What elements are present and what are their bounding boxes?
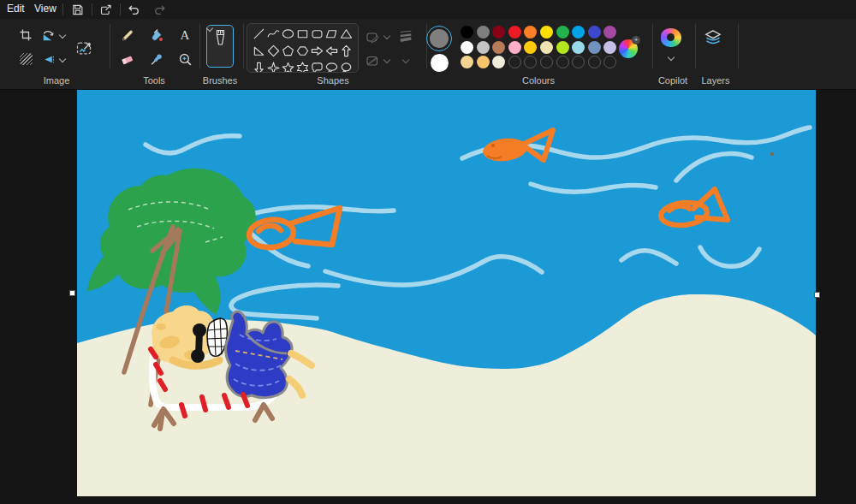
palette-swatch[interactable] [524,41,537,54]
redo-button[interactable] [151,1,169,18]
palette-swatch-empty[interactable] [524,56,537,68]
palette-swatch-empty[interactable] [572,56,585,68]
shape-star-six[interactable] [295,61,310,73]
colour-1-swatch[interactable] [426,26,452,51]
palette-swatch[interactable] [477,26,490,39]
paint-window: Edit View [0,0,856,504]
palette-swatch-empty[interactable] [508,56,521,68]
copilot-dropdown-chevron[interactable] [669,55,675,61]
palette-swatch[interactable] [492,26,505,39]
menu-bar: Edit View [0,0,856,19]
palette-swatch[interactable] [603,26,616,39]
stroke-width-button[interactable] [397,27,414,44]
shape-callout-oval[interactable] [324,61,339,73]
resize-icon [75,39,92,57]
menu-edit[interactable]: Edit [7,3,25,15]
shape-rounded-rectangle[interactable] [310,27,324,41]
palette-swatch[interactable] [461,41,473,54]
palette-swatch[interactable] [588,41,601,54]
palette-swatch-empty[interactable] [603,56,616,68]
eyedropper-tool[interactable] [147,50,164,68]
shape-outline-icon [366,30,379,44]
palette-swatch-empty[interactable] [540,56,553,68]
palette-swatch[interactable] [508,26,521,39]
rotate-dropdown-chevron[interactable] [60,33,66,39]
magnifier-tool[interactable] [176,50,193,68]
palette-swatch-empty[interactable] [556,56,569,68]
palette-swatch[interactable] [477,41,490,54]
palette-swatch[interactable] [556,26,569,39]
copilot-button[interactable] [661,28,681,47]
group-divider [738,24,739,68]
colours-group-label: Colours [522,75,555,86]
shape-quadrilateral[interactable] [324,27,339,41]
palette-swatch[interactable] [572,41,585,54]
shape-arrow-right[interactable] [310,44,324,58]
shape-curve[interactable] [266,27,281,41]
fill-tool[interactable] [147,27,164,44]
shape-arrow-down[interactable] [252,61,266,73]
pencil-tool[interactable] [118,27,135,44]
floppy-icon [71,3,84,16]
shape-triangle[interactable] [339,27,354,41]
redo-icon [154,3,167,16]
palette-swatch[interactable] [588,26,601,39]
shape-diamond[interactable] [266,44,281,58]
palette-swatch[interactable] [572,26,585,39]
shape-callout-rounded[interactable] [310,61,324,73]
share-button[interactable] [96,1,115,18]
shape-fill-chevron[interactable] [384,57,390,63]
shape-right-triangle[interactable] [252,44,266,58]
flip-button[interactable] [39,50,56,68]
palette-swatch[interactable] [461,56,473,68]
palette-swatch[interactable] [492,56,505,68]
colour-2-swatch[interactable] [431,54,449,72]
canvas-resize-handle-right[interactable] [814,292,820,298]
shape-hexagon[interactable] [295,44,310,58]
shape-oval[interactable] [281,27,295,41]
group-divider [243,24,244,68]
canvas-resize-handle-left[interactable] [69,290,75,296]
shape-pentagon[interactable] [281,44,295,58]
palette-swatch[interactable] [461,26,473,39]
shape-callout-cloud[interactable] [339,61,354,73]
rotate-button[interactable] [39,27,56,44]
save-button[interactable] [68,1,86,18]
shape-fill-button[interactable] [364,52,381,69]
undo-button[interactable] [123,1,142,18]
layers-button[interactable] [704,29,722,46]
palette-swatch[interactable] [540,41,553,54]
palette-swatch[interactable] [540,26,553,39]
shape-arrow-up[interactable] [339,44,354,58]
shape-line[interactable] [252,27,266,41]
palette-swatch[interactable] [508,41,521,54]
shape-arrow-left[interactable] [324,44,339,58]
fill-bucket-icon [149,28,163,43]
flip-dropdown-chevron[interactable] [60,56,66,62]
palette-swatch[interactable] [524,26,537,39]
select-button[interactable] [17,50,34,68]
drawing-canvas[interactable] [77,90,816,496]
shape-star-four[interactable] [266,61,281,73]
palette-swatch-empty[interactable] [588,56,601,68]
crop-button[interactable] [17,27,34,44]
shape-rectangle[interactable] [295,27,310,41]
shape-fill-icon [366,54,379,68]
layers-group-label: Layers [701,75,729,86]
brushes-dropdown-chevron[interactable] [217,58,223,64]
brushes-button[interactable] [206,25,234,68]
eraser-tool[interactable] [118,50,135,68]
shape-star-five[interactable] [281,61,295,73]
stroke-width-chevron[interactable] [403,57,409,63]
palette-swatch[interactable] [492,41,505,54]
resize-button[interactable] [75,39,92,56]
palette-swatch[interactable] [603,41,616,54]
ribbon-toolbar: Image A [0,19,856,90]
shape-outline-chevron[interactable] [384,33,390,39]
palette-swatch[interactable] [477,56,490,68]
layers-icon [704,29,722,46]
palette-swatch[interactable] [556,41,569,54]
menu-view[interactable]: View [34,3,56,15]
text-tool[interactable]: A [176,27,193,44]
shape-outline-button[interactable] [364,28,381,45]
